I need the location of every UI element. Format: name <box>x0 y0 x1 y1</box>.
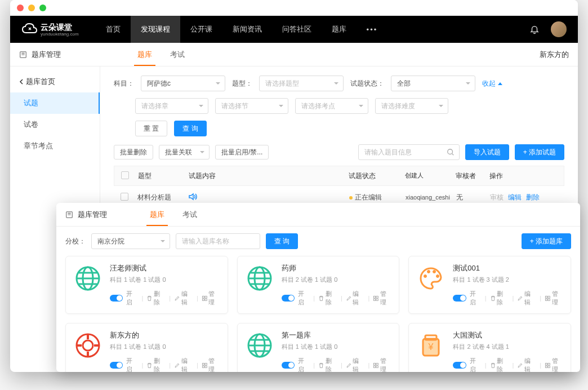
sidebar-papers[interactable]: 试卷 <box>10 114 100 135</box>
nav-more-icon[interactable]: ••• <box>357 25 388 34</box>
coin-red-icon <box>73 330 103 361</box>
overlay-query-button[interactable]: 查 询 <box>266 233 298 249</box>
card-manage[interactable]: 管理 <box>545 357 564 372</box>
search-input[interactable]: 请输入题目信息 <box>358 144 460 160</box>
select-difficulty[interactable]: 请选择难度 <box>375 98 448 114</box>
book-icon <box>19 51 27 59</box>
collapse-link[interactable]: 收起 <box>482 79 502 88</box>
card-delete[interactable]: 删除 <box>490 290 509 307</box>
card-body: 第一题库 科目 1 试卷 1 试题 0 开启 | 删除 | 编辑 | 管理 <box>282 330 393 372</box>
toggle-on[interactable] <box>110 362 123 369</box>
bank-card[interactable]: 新东方的 科目 1 试卷 1 试题 0 开启 | 删除 | 编辑 | 管理 <box>65 323 228 372</box>
import-button[interactable]: 导入试题 <box>465 144 509 160</box>
overlay-tabs: 题库 考试 <box>141 203 206 226</box>
card-manage[interactable]: 管理 <box>202 290 221 307</box>
th-content: 试题内容 <box>189 171 349 181</box>
select-point[interactable]: 请选择考点 <box>295 98 368 114</box>
card-manage[interactable]: 管理 <box>202 357 221 372</box>
avatar[interactable] <box>551 21 567 37</box>
globe-green-icon <box>244 263 275 294</box>
card-manage[interactable]: 管理 <box>373 290 392 307</box>
nav-community[interactable]: 问答社区 <box>272 16 322 43</box>
card-delete[interactable]: 删除 <box>146 357 166 372</box>
card-manage[interactable]: 管理 <box>373 357 392 372</box>
bulk-delete-button[interactable]: 批量删除 <box>114 145 153 159</box>
zoom-icon[interactable] <box>39 5 46 11</box>
card-body: 汪老师测试 科目 1 试卷 1 试题 0 开启 | 删除 | 编辑 | 管理 <box>110 263 221 307</box>
cell-type: 材料分析题 <box>137 193 188 202</box>
globe-green-icon <box>73 263 103 294</box>
overlay-tab-bank[interactable]: 题库 <box>141 203 173 226</box>
minimize-icon[interactable] <box>28 5 35 11</box>
toggle-on[interactable] <box>110 295 123 302</box>
card-body: 新东方的 科目 1 试卷 1 试题 0 开启 | 删除 | 编辑 | 管理 <box>110 330 221 372</box>
toggle-on[interactable] <box>453 295 466 302</box>
op-delete[interactable]: 删除 <box>526 193 540 202</box>
bank-name-input[interactable]: 请输入题库名称 <box>176 233 260 249</box>
sound-icon <box>188 193 197 201</box>
nav-news[interactable]: 新闻资讯 <box>222 16 272 43</box>
nav-discover[interactable]: 发现课程 <box>131 16 180 43</box>
nav-open-class[interactable]: 公开课 <box>180 16 222 43</box>
op-review[interactable]: 审核 <box>490 193 504 202</box>
card-edit[interactable]: 编辑 <box>174 357 193 372</box>
select-status[interactable]: 全部 <box>391 76 475 91</box>
bulk-link-select[interactable]: 批量关联 <box>159 145 210 159</box>
th-reviewer: 审核者 <box>456 171 489 181</box>
query-button[interactable]: 查 询 <box>174 121 206 136</box>
checkbox-row[interactable] <box>121 193 128 201</box>
op-edit[interactable]: 编辑 <box>508 193 522 202</box>
card-edit[interactable]: 编辑 <box>174 290 193 307</box>
jar-orange-icon <box>416 330 446 361</box>
card-delete[interactable]: 删除 <box>318 357 337 372</box>
card-delete[interactable]: 删除 <box>146 290 166 307</box>
card-body: 大国测试 科目 2 试卷 4 试题 1 开启 | 删除 | 编辑 | 管理 <box>453 330 564 372</box>
bank-card[interactable]: 药师 科目 2 试卷 1 试题 0 开启 | 删除 | 编辑 | 管理 <box>237 256 400 314</box>
cell-creator: xiaoqiang_ceshi <box>406 194 456 201</box>
reset-button[interactable]: 重 置 <box>135 121 167 136</box>
tab-question-bank[interactable]: 题库 <box>128 43 161 66</box>
overlay-window: 题库管理 题库 考试 分校： 南京分院 请输入题库名称 查 询 + 添加题库 汪… <box>56 203 580 372</box>
bank-card[interactable]: 大国测试 科目 2 试卷 4 试题 1 开启 | 删除 | 编辑 | 管理 <box>408 323 571 372</box>
card-edit[interactable]: 编辑 <box>517 290 536 307</box>
card-delete[interactable]: 删除 <box>318 290 337 307</box>
card-edit[interactable]: 编辑 <box>346 290 365 307</box>
select-type[interactable]: 请选择题型 <box>259 76 344 91</box>
checkbox-all[interactable] <box>121 171 129 179</box>
action-row: 批量删除 批量关联 批量启用/禁... 请输入题目信息 导入试题 + 添加试题 <box>114 144 564 160</box>
card-meta: 科目 1 试卷 1 试题 0 <box>110 343 221 351</box>
card-title: 汪老师测试 <box>110 263 221 273</box>
nav-question-bank[interactable]: 题库 <box>322 16 357 43</box>
select-subject[interactable]: 阿萨德c <box>141 76 225 91</box>
card-edit[interactable]: 编辑 <box>346 357 365 372</box>
bank-card[interactable]: 第一题库 科目 1 试卷 1 试题 0 开启 | 删除 | 编辑 | 管理 <box>237 323 400 372</box>
toggle-on[interactable] <box>453 362 466 369</box>
bell-icon[interactable] <box>529 24 540 34</box>
add-question-button[interactable]: + 添加试题 <box>515 144 564 160</box>
toggle-label: 开启 <box>298 357 310 372</box>
card-manage[interactable]: 管理 <box>545 290 564 307</box>
toggle-on[interactable] <box>282 295 295 302</box>
svg-line-4 <box>452 154 453 156</box>
sidebar-back-label: 题库首页 <box>26 77 55 87</box>
sidebar-chapters[interactable]: 章节考点 <box>10 135 100 157</box>
close-icon[interactable] <box>17 5 24 11</box>
select-chapter[interactable]: 请选择章 <box>135 98 208 114</box>
toggle-on[interactable] <box>282 362 295 369</box>
card-delete[interactable]: 删除 <box>490 357 509 372</box>
sidebar-questions[interactable]: 试题 <box>10 92 100 114</box>
add-bank-button[interactable]: + 添加题库 <box>522 233 571 249</box>
tab-exam[interactable]: 考试 <box>161 43 194 66</box>
bulk-toggle-button[interactable]: 批量启用/禁... <box>215 145 269 159</box>
overlay-tab-exam[interactable]: 考试 <box>173 203 206 226</box>
sidebar-back[interactable]: 题库首页 <box>10 71 100 92</box>
bank-card[interactable]: 汪老师测试 科目 1 试卷 1 试题 0 开启 | 删除 | 编辑 | 管理 <box>65 256 228 314</box>
nav-home[interactable]: 首页 <box>96 16 131 43</box>
bank-card[interactable]: 测试001 科目 1 试卷 3 试题 2 开启 | 删除 | 编辑 | 管理 <box>408 256 571 314</box>
card-edit[interactable]: 编辑 <box>517 357 536 372</box>
nav-right <box>529 21 567 37</box>
cell-content <box>188 193 349 202</box>
logo[interactable]: 云朵课堂 yunduoketang.com <box>21 23 79 37</box>
select-section[interactable]: 请选择节 <box>215 98 288 114</box>
select-branch[interactable]: 南京分院 <box>91 233 170 249</box>
